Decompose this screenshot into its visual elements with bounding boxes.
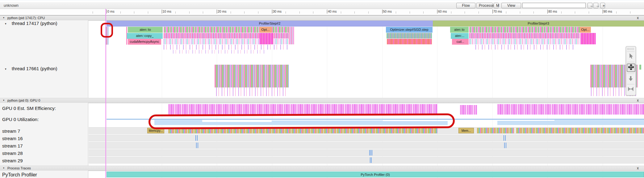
nav-right-button[interactable]: → <box>593 3 598 8</box>
event-tick[interactable] <box>198 143 198 148</box>
event-tick[interactable] <box>195 135 196 141</box>
collapse-arrow-icon[interactable]: ▾ <box>5 22 6 25</box>
event-aten-to[interactable]: aten::to <box>128 27 163 33</box>
track-label-stream-28[interactable]: stream 28 <box>2 151 23 156</box>
event-tick[interactable] <box>505 135 506 141</box>
event-cluster-stream7[interactable] <box>516 128 644 133</box>
event-cluster[interactable] <box>289 27 294 44</box>
collapse-arrow-icon[interactable]: ▾ <box>3 16 4 19</box>
event-cluster[interactable] <box>475 45 574 50</box>
event-cluster[interactable] <box>639 65 641 70</box>
event-cluster[interactable] <box>387 33 432 38</box>
event-cluster[interactable] <box>173 50 266 54</box>
pan-tool-button[interactable] <box>627 63 635 72</box>
event-memcpy[interactable]: Mem... <box>458 128 474 133</box>
event-tick[interactable] <box>369 150 370 156</box>
event-cluster[interactable] <box>580 33 596 44</box>
event-tick[interactable] <box>504 135 504 141</box>
event-cluster-stream7[interactable] <box>477 128 514 133</box>
track-label-thread-17661[interactable]: thread 17661 (python) <box>12 66 57 71</box>
event-cluster[interactable] <box>469 27 580 33</box>
track-label-sm-efficiency[interactable]: GPU 0 Est. SM Efficiency: <box>2 106 56 111</box>
zoom-tool-button[interactable] <box>627 75 634 83</box>
event-opt[interactable]: Opt... <box>580 27 591 33</box>
counter-sm-efficiency[interactable] <box>168 104 437 115</box>
event-cluster[interactable] <box>469 39 580 44</box>
event-aten[interactable]: aten:... <box>451 33 469 39</box>
event-cluster[interactable] <box>215 65 289 87</box>
section-header-cpu[interactable]: ▾ python (pid 17417): CPU x <box>0 15 644 21</box>
ruler-tick-label: 90 ms <box>604 10 613 13</box>
event-cuda-memcpy[interactable]: cudaMemcpyAsync <box>128 39 161 45</box>
collapse-arrow-icon[interactable]: ▾ <box>5 67 6 71</box>
ruler-tick-minor <box>368 11 369 14</box>
ruler-tick-minor <box>120 11 121 14</box>
event-tick[interactable] <box>370 157 370 163</box>
event-tick[interactable] <box>504 143 505 148</box>
close-icon[interactable]: x <box>636 98 640 103</box>
event-tick[interactable] <box>370 150 371 156</box>
event-optimizer-step[interactable]: Optimizer.step#SGD.step <box>386 27 433 33</box>
event-profiler-step2[interactable]: ProfilerStep#2 <box>107 21 433 26</box>
event-tick[interactable] <box>372 150 372 156</box>
track-label-utilization[interactable]: GPU 0 Utilization: <box>2 117 39 122</box>
collapse-arrow-icon[interactable]: ▾ <box>3 99 4 102</box>
track-label-pytorch-profiler[interactable]: PyTorch Profiler <box>2 172 37 178</box>
event-cluster[interactable] <box>387 39 432 44</box>
event-cluster[interactable] <box>469 33 580 38</box>
tool-panel[interactable] <box>626 46 636 95</box>
event-cluster[interactable] <box>216 87 288 96</box>
track-label-panel-cpu <box>0 20 88 98</box>
counter-sm-efficiency[interactable] <box>497 104 644 115</box>
track-label-stream-17[interactable]: stream 17 <box>2 143 23 148</box>
trace-viewer: unknown Flow events Processes M View Opt… <box>0 0 644 178</box>
event-pytorch-profiler[interactable]: PyTorch Profiler (0) <box>107 172 644 177</box>
event-tick[interactable] <box>197 135 198 141</box>
section-header-gpu[interactable]: ▾ python (pid 0): GPU 0 x <box>0 98 644 103</box>
stream-row-band <box>89 142 644 149</box>
event-cluster[interactable] <box>259 33 273 44</box>
counter-utilization-fill[interactable] <box>554 120 644 125</box>
counter-sm-efficiency[interactable] <box>460 105 477 115</box>
event-profiler-step3[interactable]: ProfilerStep#3 <box>433 21 644 26</box>
ruler-tick-label: 20 ms <box>218 10 227 13</box>
ruler-tick-label: 50 ms <box>383 10 392 13</box>
ruler-tick-major <box>217 10 217 14</box>
search-input[interactable] <box>522 3 586 8</box>
event-tick[interactable] <box>506 143 506 148</box>
flow-events-button[interactable]: Flow events <box>456 3 475 8</box>
event-tick[interactable] <box>196 143 197 148</box>
event-aten-to[interactable]: aten::to <box>450 27 469 33</box>
event-cud[interactable]: cud... <box>452 39 469 45</box>
ruler-tick-label: 80 ms <box>548 10 557 13</box>
track-label-stream-29[interactable]: stream 29 <box>2 158 23 163</box>
track-label-stream-16[interactable]: stream 16 <box>2 136 23 141</box>
counter-utilization-fill[interactable] <box>497 121 554 125</box>
m-button[interactable]: M <box>494 3 499 8</box>
track-label-thread-17417[interactable]: thread 17417 (python) <box>12 21 57 26</box>
ruler-tick-major <box>437 10 437 14</box>
ruler-tick-minor <box>396 11 396 14</box>
ruler-tick-minor <box>93 11 93 14</box>
event-aten-copy[interactable]: aten::copy_ <box>127 33 163 39</box>
event-opt[interactable]: Opt... <box>259 27 272 33</box>
view-options-button[interactable]: View Options <box>501 3 521 8</box>
annotation-oval-small <box>101 23 113 38</box>
select-tool-button[interactable] <box>627 53 634 60</box>
event-tick[interactable] <box>371 157 372 163</box>
close-icon[interactable]: x <box>636 166 640 170</box>
nav-left-button[interactable]: ← <box>588 3 592 8</box>
cursor-icon <box>628 53 634 59</box>
close-icon[interactable]: x <box>636 16 640 20</box>
track-label-stream-7[interactable]: stream 7 <box>2 128 20 134</box>
collapse-arrow-icon[interactable]: ▾ <box>3 167 4 169</box>
event-cluster[interactable] <box>164 45 289 50</box>
ruler-tick-label: 0 ms <box>107 10 115 13</box>
timing-tool-button[interactable] <box>627 86 634 93</box>
ruler-tick-label: 70 ms <box>493 10 502 13</box>
processes-button[interactable]: Processes <box>476 3 493 8</box>
section-header-process-traces[interactable]: ▾ Process Traces x <box>0 166 644 171</box>
drag-handle-icon <box>627 49 634 51</box>
ruler-tick-major <box>492 10 493 14</box>
nav-more-button[interactable]: » <box>600 3 605 8</box>
